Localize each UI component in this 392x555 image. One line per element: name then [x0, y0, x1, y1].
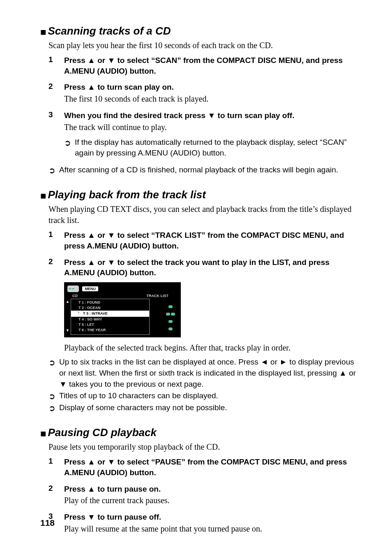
steps-list: 1 Press ▲ or ▼ to select “PAUSE” from th… [48, 457, 361, 534]
down-triangle-icon: ▼ [88, 513, 95, 521]
step-title: Press ▲ or ▼ to select “TRACK LIST” from… [64, 230, 361, 251]
step-title: Press ▲ or ▼ to select “PAUSE” from the … [64, 457, 361, 478]
page-number: 118 [40, 518, 55, 528]
steps-list: 1 Press ▲ or ▼ to select “TRACK LIST” fr… [48, 230, 361, 337]
remote-pad-icon [164, 303, 178, 332]
section-title: Playing back from the track list [48, 188, 206, 201]
down-triangle-icon: ▼ [208, 111, 215, 120]
step-number: 3 [48, 110, 53, 119]
square-bullet-icon: ■ [40, 191, 46, 201]
section-title: Scanning tracks of a CD [48, 25, 171, 37]
down-triangle-icon: ▼ [107, 258, 115, 267]
screen-left-label: CD [72, 294, 78, 298]
track-row-selected: T 3 : INTRAVE [71, 311, 149, 316]
down-triangle-icon: ▼ [107, 457, 115, 466]
up-triangle-icon: ▲ [88, 485, 95, 493]
step-title: Press ▲ or ▼ to select the track you wan… [64, 257, 361, 278]
up-triangle-icon: ▲ [88, 231, 95, 239]
up-triangle-icon: ▲ [88, 83, 95, 91]
up-triangle-icon: ▲ [88, 258, 95, 267]
up-triangle-icon: ▲ [88, 457, 95, 466]
step-title: Press ▼ to turn pause off. [64, 512, 361, 522]
scroll-up-icon: ▲ [66, 300, 69, 304]
track-list: T 1 : FOUND T 2 : OCEAN T 3 : INTRAVE T … [71, 299, 150, 335]
track-row: T 2 : OCEAN [71, 305, 149, 311]
down-triangle-icon: ▼ [107, 231, 115, 239]
step-item: 1 Press ▲ or ▼ to select “SCAN” from the… [48, 55, 361, 76]
step-title: Press ▲ to turn scan play on. [64, 82, 361, 93]
steps-list: 1 Press ▲ or ▼ to select “SCAN” from the… [48, 55, 361, 159]
figure-caption: Playback of the selected track begins. A… [64, 343, 361, 353]
step-body: The track will continue to play. [64, 122, 361, 133]
screen-right-label: TRACK LIST [147, 294, 169, 298]
track-row: T 6 : THE YEAR [71, 327, 149, 333]
section-heading-pausing: ■ Pausing CD playback [40, 426, 361, 439]
tracklist-screenshot: MENU CD TRACK LIST ▲ ▼ T 1 : FOUND T 2 :… [64, 282, 181, 338]
step-number: 2 [48, 82, 53, 91]
step-item: 2 Press ▲ to turn pause on. Play of the … [48, 484, 361, 506]
step-body: Play of the current track pauses. [64, 495, 361, 506]
note-item: If the display has automatically returne… [64, 137, 361, 159]
step-item: 1 Press ▲ or ▼ to select “TRACK LIST” fr… [48, 230, 361, 251]
menu-chip: MENU [82, 286, 98, 291]
note-item: Titles of up to 10 characters can be dis… [48, 390, 361, 402]
step-number: 1 [48, 55, 53, 64]
step-number: 1 [48, 457, 53, 466]
device-icon [67, 286, 79, 292]
step-item: 3 Press ▼ to turn pause off. Play will r… [48, 512, 361, 534]
section-intro: Pause lets you temporarily stop playback… [48, 441, 361, 453]
section-intro: When playing CD TEXT discs, you can sele… [48, 204, 361, 226]
step-item: 2 Press ▲ or ▼ to select the track you w… [48, 257, 361, 338]
step-title: When you find the desired track press ▼ … [64, 110, 361, 121]
note-item: Display of some characters may not be po… [48, 402, 361, 413]
music-note-icon [78, 311, 82, 315]
step-number: 1 [48, 230, 53, 239]
note-item: Up to six tracks in the list can be disp… [48, 357, 361, 390]
track-row: T 1 : FOUND [71, 300, 149, 305]
section-title: Pausing CD playback [48, 426, 157, 439]
scroll-down-icon: ▼ [66, 328, 69, 332]
step-number: 2 [48, 484, 53, 493]
notes-list: Up to six tracks in the list can be disp… [48, 357, 361, 413]
step-title: Press ▲ or ▼ to select “SCAN” from the C… [64, 55, 361, 76]
down-triangle-icon: ▼ [107, 56, 115, 65]
square-bullet-icon: ■ [40, 27, 46, 37]
step-body: The first 10 seconds of each track is pl… [64, 93, 361, 104]
up-triangle-icon: ▲ [88, 56, 95, 65]
step-body: Play will resume at the same point that … [64, 523, 361, 534]
step-item: 2 Press ▲ to turn scan play on. The firs… [48, 82, 361, 104]
step-title: Press ▲ to turn pause on. [64, 484, 361, 495]
section-intro: Scan play lets you hear the first 10 sec… [48, 40, 361, 51]
section-heading-scanning: ■ Scanning tracks of a CD [40, 25, 361, 37]
step-number: 2 [48, 257, 53, 266]
section-heading-tracklist: ■ Playing back from the track list [40, 188, 361, 201]
track-row: T 5 : LET [71, 322, 149, 327]
track-row: T 4 : SO WHY [71, 317, 149, 322]
square-bullet-icon: ■ [40, 429, 46, 439]
note-item: After scanning of a CD is finished, norm… [48, 165, 361, 176]
step-item: 1 Press ▲ or ▼ to select “PAUSE” from th… [48, 457, 361, 478]
step-item: 3 When you find the desired track press … [48, 110, 361, 159]
notes-list: After scanning of a CD is finished, norm… [48, 165, 361, 176]
